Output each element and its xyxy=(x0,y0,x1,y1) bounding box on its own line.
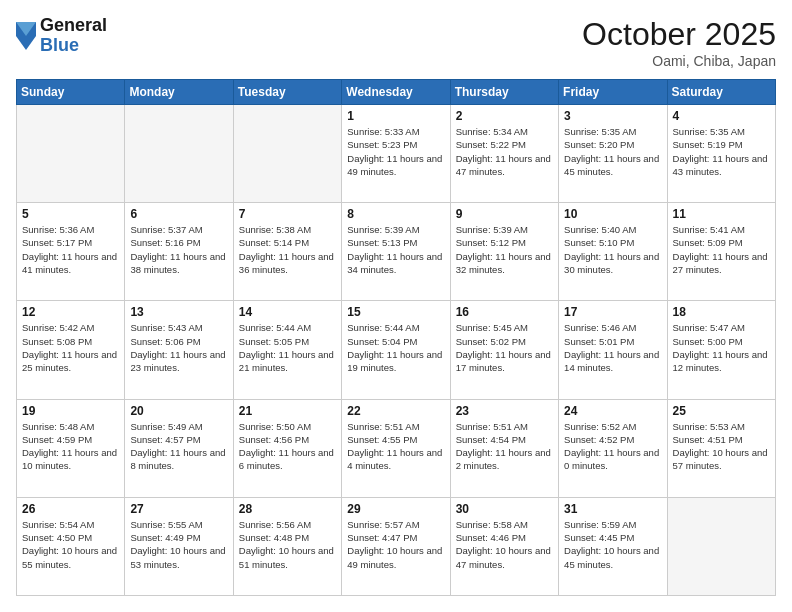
page: General Blue October 2025 Oami, Chiba, J… xyxy=(0,0,792,612)
calendar-cell: 31Sunrise: 5:59 AM Sunset: 4:45 PM Dayli… xyxy=(559,497,667,595)
day-info: Sunrise: 5:43 AM Sunset: 5:06 PM Dayligh… xyxy=(130,321,227,374)
calendar-cell: 11Sunrise: 5:41 AM Sunset: 5:09 PM Dayli… xyxy=(667,203,775,301)
day-info: Sunrise: 5:42 AM Sunset: 5:08 PM Dayligh… xyxy=(22,321,119,374)
calendar-cell: 6Sunrise: 5:37 AM Sunset: 5:16 PM Daylig… xyxy=(125,203,233,301)
day-info: Sunrise: 5:51 AM Sunset: 4:54 PM Dayligh… xyxy=(456,420,553,473)
day-info: Sunrise: 5:57 AM Sunset: 4:47 PM Dayligh… xyxy=(347,518,444,571)
day-info: Sunrise: 5:47 AM Sunset: 5:00 PM Dayligh… xyxy=(673,321,770,374)
month-title: October 2025 xyxy=(582,16,776,53)
day-info: Sunrise: 5:44 AM Sunset: 5:05 PM Dayligh… xyxy=(239,321,336,374)
day-number: 25 xyxy=(673,404,770,418)
day-number: 26 xyxy=(22,502,119,516)
weekday-header: Wednesday xyxy=(342,80,450,105)
day-info: Sunrise: 5:50 AM Sunset: 4:56 PM Dayligh… xyxy=(239,420,336,473)
calendar-cell: 2Sunrise: 5:34 AM Sunset: 5:22 PM Daylig… xyxy=(450,105,558,203)
calendar-cell: 15Sunrise: 5:44 AM Sunset: 5:04 PM Dayli… xyxy=(342,301,450,399)
location: Oami, Chiba, Japan xyxy=(582,53,776,69)
day-info: Sunrise: 5:54 AM Sunset: 4:50 PM Dayligh… xyxy=(22,518,119,571)
calendar-table: SundayMondayTuesdayWednesdayThursdayFrid… xyxy=(16,79,776,596)
calendar-cell: 16Sunrise: 5:45 AM Sunset: 5:02 PM Dayli… xyxy=(450,301,558,399)
calendar-cell xyxy=(125,105,233,203)
day-number: 27 xyxy=(130,502,227,516)
day-number: 16 xyxy=(456,305,553,319)
calendar-cell: 20Sunrise: 5:49 AM Sunset: 4:57 PM Dayli… xyxy=(125,399,233,497)
calendar-cell: 23Sunrise: 5:51 AM Sunset: 4:54 PM Dayli… xyxy=(450,399,558,497)
calendar-cell: 27Sunrise: 5:55 AM Sunset: 4:49 PM Dayli… xyxy=(125,497,233,595)
day-info: Sunrise: 5:55 AM Sunset: 4:49 PM Dayligh… xyxy=(130,518,227,571)
day-info: Sunrise: 5:49 AM Sunset: 4:57 PM Dayligh… xyxy=(130,420,227,473)
logo-text: General Blue xyxy=(40,16,107,56)
calendar-cell xyxy=(233,105,341,203)
day-info: Sunrise: 5:52 AM Sunset: 4:52 PM Dayligh… xyxy=(564,420,661,473)
day-info: Sunrise: 5:56 AM Sunset: 4:48 PM Dayligh… xyxy=(239,518,336,571)
logo-icon xyxy=(16,22,36,50)
day-number: 31 xyxy=(564,502,661,516)
calendar-cell: 22Sunrise: 5:51 AM Sunset: 4:55 PM Dayli… xyxy=(342,399,450,497)
day-info: Sunrise: 5:34 AM Sunset: 5:22 PM Dayligh… xyxy=(456,125,553,178)
calendar-cell: 30Sunrise: 5:58 AM Sunset: 4:46 PM Dayli… xyxy=(450,497,558,595)
calendar-cell: 9Sunrise: 5:39 AM Sunset: 5:12 PM Daylig… xyxy=(450,203,558,301)
weekday-header: Saturday xyxy=(667,80,775,105)
calendar-cell: 10Sunrise: 5:40 AM Sunset: 5:10 PM Dayli… xyxy=(559,203,667,301)
calendar-cell: 4Sunrise: 5:35 AM Sunset: 5:19 PM Daylig… xyxy=(667,105,775,203)
calendar-cell: 17Sunrise: 5:46 AM Sunset: 5:01 PM Dayli… xyxy=(559,301,667,399)
day-number: 10 xyxy=(564,207,661,221)
day-number: 21 xyxy=(239,404,336,418)
day-info: Sunrise: 5:44 AM Sunset: 5:04 PM Dayligh… xyxy=(347,321,444,374)
day-info: Sunrise: 5:45 AM Sunset: 5:02 PM Dayligh… xyxy=(456,321,553,374)
day-info: Sunrise: 5:59 AM Sunset: 4:45 PM Dayligh… xyxy=(564,518,661,571)
day-number: 19 xyxy=(22,404,119,418)
calendar-cell xyxy=(17,105,125,203)
calendar-cell: 12Sunrise: 5:42 AM Sunset: 5:08 PM Dayli… xyxy=(17,301,125,399)
calendar-cell: 19Sunrise: 5:48 AM Sunset: 4:59 PM Dayli… xyxy=(17,399,125,497)
day-number: 5 xyxy=(22,207,119,221)
day-info: Sunrise: 5:33 AM Sunset: 5:23 PM Dayligh… xyxy=(347,125,444,178)
weekday-header: Monday xyxy=(125,80,233,105)
day-info: Sunrise: 5:38 AM Sunset: 5:14 PM Dayligh… xyxy=(239,223,336,276)
day-number: 8 xyxy=(347,207,444,221)
day-number: 1 xyxy=(347,109,444,123)
day-number: 29 xyxy=(347,502,444,516)
day-number: 22 xyxy=(347,404,444,418)
day-info: Sunrise: 5:37 AM Sunset: 5:16 PM Dayligh… xyxy=(130,223,227,276)
calendar-cell: 1Sunrise: 5:33 AM Sunset: 5:23 PM Daylig… xyxy=(342,105,450,203)
day-number: 4 xyxy=(673,109,770,123)
logo: General Blue xyxy=(16,16,107,56)
day-info: Sunrise: 5:51 AM Sunset: 4:55 PM Dayligh… xyxy=(347,420,444,473)
day-number: 20 xyxy=(130,404,227,418)
day-info: Sunrise: 5:58 AM Sunset: 4:46 PM Dayligh… xyxy=(456,518,553,571)
day-number: 13 xyxy=(130,305,227,319)
calendar-cell: 24Sunrise: 5:52 AM Sunset: 4:52 PM Dayli… xyxy=(559,399,667,497)
calendar-cell: 14Sunrise: 5:44 AM Sunset: 5:05 PM Dayli… xyxy=(233,301,341,399)
weekday-header: Thursday xyxy=(450,80,558,105)
calendar-cell: 18Sunrise: 5:47 AM Sunset: 5:00 PM Dayli… xyxy=(667,301,775,399)
day-info: Sunrise: 5:46 AM Sunset: 5:01 PM Dayligh… xyxy=(564,321,661,374)
day-info: Sunrise: 5:39 AM Sunset: 5:13 PM Dayligh… xyxy=(347,223,444,276)
day-number: 17 xyxy=(564,305,661,319)
day-number: 14 xyxy=(239,305,336,319)
calendar-cell: 8Sunrise: 5:39 AM Sunset: 5:13 PM Daylig… xyxy=(342,203,450,301)
weekday-header: Friday xyxy=(559,80,667,105)
calendar-cell: 26Sunrise: 5:54 AM Sunset: 4:50 PM Dayli… xyxy=(17,497,125,595)
day-info: Sunrise: 5:41 AM Sunset: 5:09 PM Dayligh… xyxy=(673,223,770,276)
weekday-header: Tuesday xyxy=(233,80,341,105)
calendar-cell: 13Sunrise: 5:43 AM Sunset: 5:06 PM Dayli… xyxy=(125,301,233,399)
day-number: 23 xyxy=(456,404,553,418)
header: General Blue October 2025 Oami, Chiba, J… xyxy=(16,16,776,69)
day-number: 6 xyxy=(130,207,227,221)
day-info: Sunrise: 5:40 AM Sunset: 5:10 PM Dayligh… xyxy=(564,223,661,276)
weekday-header: Sunday xyxy=(17,80,125,105)
day-number: 15 xyxy=(347,305,444,319)
day-number: 7 xyxy=(239,207,336,221)
day-number: 2 xyxy=(456,109,553,123)
day-info: Sunrise: 5:36 AM Sunset: 5:17 PM Dayligh… xyxy=(22,223,119,276)
calendar-cell: 25Sunrise: 5:53 AM Sunset: 4:51 PM Dayli… xyxy=(667,399,775,497)
calendar-cell: 29Sunrise: 5:57 AM Sunset: 4:47 PM Dayli… xyxy=(342,497,450,595)
day-number: 12 xyxy=(22,305,119,319)
calendar-cell: 3Sunrise: 5:35 AM Sunset: 5:20 PM Daylig… xyxy=(559,105,667,203)
calendar-cell: 7Sunrise: 5:38 AM Sunset: 5:14 PM Daylig… xyxy=(233,203,341,301)
day-info: Sunrise: 5:35 AM Sunset: 5:19 PM Dayligh… xyxy=(673,125,770,178)
calendar-cell: 28Sunrise: 5:56 AM Sunset: 4:48 PM Dayli… xyxy=(233,497,341,595)
day-number: 11 xyxy=(673,207,770,221)
day-info: Sunrise: 5:39 AM Sunset: 5:12 PM Dayligh… xyxy=(456,223,553,276)
